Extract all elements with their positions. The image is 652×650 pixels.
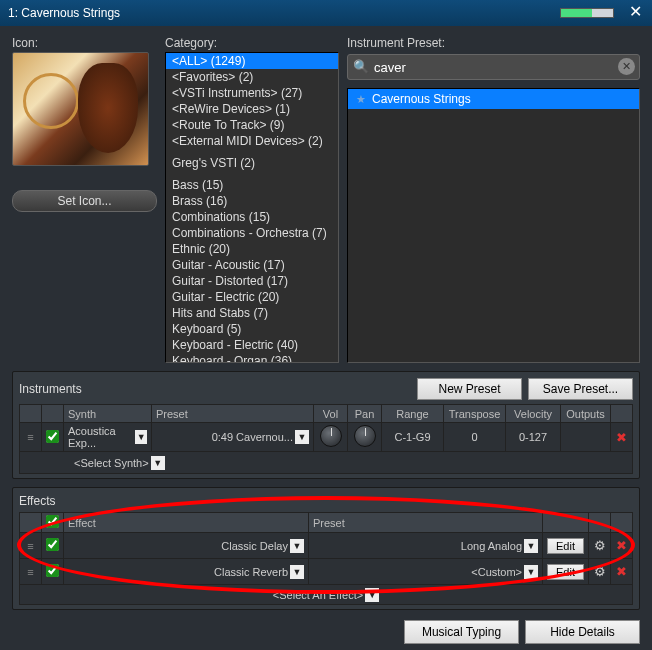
category-item[interactable]: Combinations (15) [166, 209, 338, 225]
preset-editor-window: 1: Cavernous Strings ✕ Icon: Set Icon...… [0, 0, 652, 650]
dropdown-icon[interactable]: ▼ [524, 565, 538, 579]
gear-icon[interactable]: ⚙ [594, 538, 606, 553]
effects-section: Effects Effect Preset ≡ Classic Delay▼ L… [12, 487, 640, 610]
category-item[interactable]: Keyboard (5) [166, 321, 338, 337]
select-effect-label: <Select An Effect> [273, 589, 363, 601]
close-icon[interactable]: ✕ [626, 4, 644, 22]
category-item[interactable]: Guitar - Acoustic (17) [166, 257, 338, 273]
instrument-icon-preview [12, 52, 149, 166]
level-meter [560, 8, 614, 18]
category-item[interactable]: <External MIDI Devices> (2) [166, 133, 338, 149]
category-item[interactable]: Bass (15) [166, 177, 338, 193]
instruments-section: Instruments New Preset Save Preset... Sy… [12, 371, 640, 479]
preset-result-item[interactable]: ★Cavernous Strings [348, 89, 639, 109]
category-item[interactable]: Hits and Stabs (7) [166, 305, 338, 321]
col-range[interactable]: Range [382, 405, 444, 423]
effect-row: ≡ Classic Delay▼ Long Analog▼ Edit ⚙ ✖ [20, 533, 633, 559]
col-pan[interactable]: Pan [348, 405, 382, 423]
dropdown-icon[interactable]: ▼ [295, 430, 309, 444]
velocity-value[interactable]: 0-127 [506, 423, 561, 452]
new-preset-button[interactable]: New Preset [417, 378, 522, 400]
gear-icon[interactable]: ⚙ [594, 564, 606, 579]
range-value[interactable]: C-1-G9 [382, 423, 444, 452]
col-preset[interactable]: Preset [152, 405, 314, 423]
clear-search-icon[interactable]: ✕ [618, 58, 635, 75]
save-preset-button[interactable]: Save Preset... [528, 378, 633, 400]
category-item[interactable]: Combinations - Orchestra (7) [166, 225, 338, 241]
icon-label: Icon: [12, 36, 157, 50]
category-item[interactable]: <ReWire Devices> (1) [166, 101, 338, 117]
effects-master-enable-checkbox[interactable] [46, 515, 59, 528]
delete-icon[interactable]: ✖ [616, 564, 627, 579]
effect-name: Classic Delay [221, 540, 288, 552]
preset-label: Instrument Preset: [347, 36, 640, 50]
category-item[interactable]: Ethnic (20) [166, 241, 338, 257]
drag-handle-icon[interactable]: ≡ [27, 540, 33, 552]
preset-search-input[interactable] [347, 54, 640, 80]
instrument-row: ≡ Acoustica Exp...▼ 0:49 Cavernou...▼ C-… [20, 423, 633, 452]
col-synth[interactable]: Synth [64, 405, 152, 423]
instruments-table: Synth Preset Vol Pan Range Transpose Vel… [19, 404, 633, 474]
drag-handle-icon[interactable]: ≡ [27, 566, 33, 578]
col-velocity[interactable]: Velocity [506, 405, 561, 423]
effect-name: Classic Reverb [214, 566, 288, 578]
dropdown-icon[interactable]: ▼ [135, 430, 147, 444]
add-effect-row: <Select An Effect>▼ [20, 585, 633, 605]
dropdown-icon[interactable]: ▼ [365, 588, 379, 602]
category-list[interactable]: <ALL> (1249)<Favorites> (2)<VSTi Instrum… [165, 52, 339, 363]
window-title: 1: Cavernous Strings [8, 6, 120, 20]
set-icon-button[interactable]: Set Icon... [12, 190, 157, 212]
effects-table: Effect Preset ≡ Classic Delay▼ Long Anal… [19, 512, 633, 605]
effect-preset: Long Analog [461, 540, 522, 552]
effect-preset: <Custom> [471, 566, 522, 578]
pan-knob[interactable] [354, 425, 376, 447]
instruments-title: Instruments [19, 382, 82, 396]
musical-typing-button[interactable]: Musical Typing [404, 620, 519, 644]
add-instrument-row: <Select Synth>▼ [20, 452, 633, 474]
category-item[interactable]: Keyboard - Electric (40) [166, 337, 338, 353]
category-item[interactable]: Guitar - Distorted (17) [166, 273, 338, 289]
col-effect-preset[interactable]: Preset [309, 513, 543, 533]
category-item[interactable]: Guitar - Electric (20) [166, 289, 338, 305]
col-outputs[interactable]: Outputs [561, 405, 611, 423]
dropdown-icon[interactable]: ▼ [151, 456, 165, 470]
col-transpose[interactable]: Transpose [444, 405, 506, 423]
select-synth-label: <Select Synth> [74, 457, 149, 469]
col-effect[interactable]: Effect [64, 513, 309, 533]
category-item[interactable]: <Route To Track> (9) [166, 117, 338, 133]
effect-enable-checkbox[interactable] [46, 564, 59, 577]
delete-icon[interactable]: ✖ [616, 538, 627, 553]
synth-name: Acoustica Exp... [68, 425, 133, 449]
col-vol[interactable]: Vol [314, 405, 348, 423]
titlebar: 1: Cavernous Strings ✕ [0, 0, 652, 26]
favorite-star-icon[interactable]: ★ [356, 93, 366, 106]
effects-title: Effects [19, 494, 55, 508]
transpose-value[interactable]: 0 [444, 423, 506, 452]
category-label: Category: [165, 36, 339, 50]
category-item[interactable]: Brass (16) [166, 193, 338, 209]
search-icon: 🔍 [353, 59, 369, 74]
category-item[interactable]: <VSTi Instruments> (27) [166, 85, 338, 101]
drag-handle-icon[interactable]: ≡ [27, 431, 33, 443]
category-item[interactable]: Greg's VSTI (2) [166, 155, 338, 171]
volume-knob[interactable] [320, 425, 342, 447]
preset-result-label: Cavernous Strings [372, 92, 471, 106]
category-item[interactable]: Keyboard - Organ (36) [166, 353, 338, 363]
category-item[interactable]: <ALL> (1249) [166, 53, 338, 69]
dropdown-icon[interactable]: ▼ [290, 565, 304, 579]
edit-effect-button[interactable]: Edit [547, 538, 584, 554]
category-item[interactable]: <Favorites> (2) [166, 69, 338, 85]
dropdown-icon[interactable]: ▼ [524, 539, 538, 553]
preset-results-list[interactable]: ★Cavernous Strings [347, 88, 640, 363]
dropdown-icon[interactable]: ▼ [290, 539, 304, 553]
delete-icon[interactable]: ✖ [616, 430, 627, 445]
hide-details-button[interactable]: Hide Details [525, 620, 640, 644]
edit-effect-button[interactable]: Edit [547, 564, 584, 580]
outputs-value[interactable] [561, 423, 611, 452]
effect-enable-checkbox[interactable] [46, 538, 59, 551]
preset-name: 0:49 Cavernou... [212, 431, 293, 443]
instrument-enable-checkbox[interactable] [46, 430, 59, 443]
effect-row: ≡ Classic Reverb▼ <Custom>▼ Edit ⚙ ✖ [20, 559, 633, 585]
